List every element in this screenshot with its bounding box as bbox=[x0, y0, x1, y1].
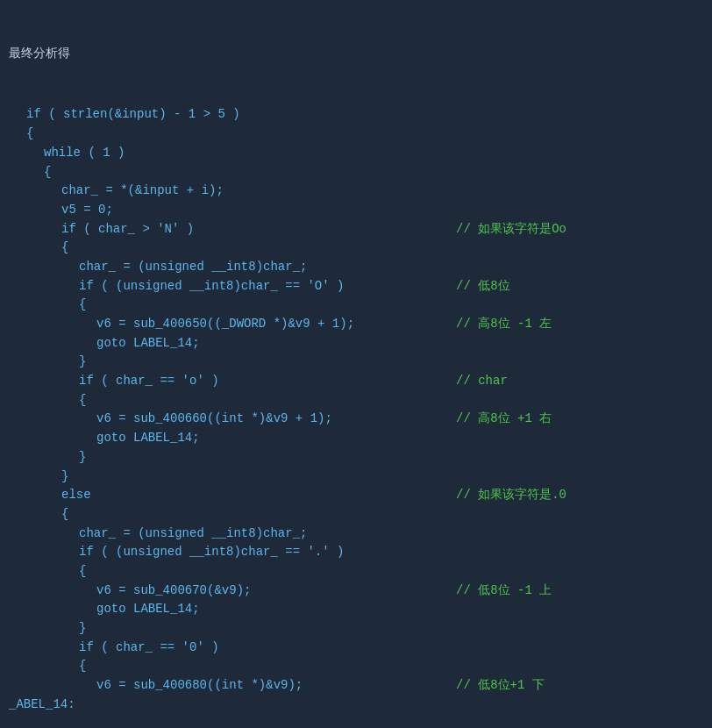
code-left: v6 = sub_400670(&v9); bbox=[9, 582, 456, 601]
code-comment bbox=[456, 163, 712, 182]
code-left: char_ = (unsigned __int8)char_; bbox=[9, 258, 456, 277]
code-left: { bbox=[9, 163, 456, 182]
code-comment: // char bbox=[456, 372, 712, 391]
code-line: char_ = *(&input + i); bbox=[9, 182, 712, 201]
code-left: else bbox=[9, 486, 456, 505]
code-comment bbox=[456, 543, 712, 562]
code-line: v5 = 0; bbox=[9, 201, 712, 220]
code-line: goto LABEL_14; bbox=[9, 334, 712, 353]
code-line: } bbox=[9, 353, 712, 372]
code-comment: // 低8位+1 下 bbox=[456, 676, 712, 696]
code-comment bbox=[456, 657, 712, 676]
code-comment: // 高8位 +1 右 bbox=[456, 410, 712, 429]
code-comment bbox=[456, 429, 712, 448]
code-line: } bbox=[9, 619, 712, 639]
code-left: } bbox=[9, 448, 456, 467]
code-comment bbox=[456, 525, 712, 544]
code-lines: if ( strlen(&input) - 1 > 5 ){while ( 1 … bbox=[9, 105, 712, 714]
code-comment bbox=[456, 144, 712, 163]
code-line: { bbox=[9, 296, 712, 315]
code-left: goto LABEL_14; bbox=[9, 429, 456, 448]
code-comment bbox=[456, 562, 712, 582]
code-left: { bbox=[9, 562, 456, 582]
code-line: { bbox=[9, 239, 712, 258]
code-left: { bbox=[9, 391, 456, 410]
code-left: { bbox=[9, 296, 456, 315]
code-comment bbox=[456, 334, 712, 353]
code-line: v6 = sub_400650((_DWORD *)&v9 + 1);// 高8… bbox=[9, 315, 712, 334]
code-left: _ABEL_14: bbox=[9, 696, 456, 715]
code-left: } bbox=[9, 467, 456, 487]
code-left: { bbox=[9, 657, 456, 676]
code-comment bbox=[456, 125, 712, 144]
code-line: { bbox=[9, 391, 712, 410]
code-line: if ( (unsigned __int8)char_ == 'O' )// 低… bbox=[9, 277, 712, 296]
code-line: } bbox=[9, 448, 712, 467]
code-line: char_ = (unsigned __int8)char_; bbox=[9, 258, 712, 277]
code-left: if ( (unsigned __int8)char_ == 'O' ) bbox=[9, 277, 456, 296]
code-left: { bbox=[9, 239, 456, 258]
code-line: v6 = sub_400680((int *)&v9);// 低8位+1 下 bbox=[9, 676, 712, 696]
code-left: if ( strlen(&input) - 1 > 5 ) bbox=[9, 105, 456, 125]
code-line: if ( strlen(&input) - 1 > 5 ) bbox=[9, 105, 712, 125]
code-left: char_ = (unsigned __int8)char_; bbox=[9, 525, 456, 544]
code-line: if ( char_ == 'o' )// char bbox=[9, 372, 712, 391]
code-left: v6 = sub_400650((_DWORD *)&v9 + 1); bbox=[9, 315, 456, 334]
code-left: v6 = sub_400680((int *)&v9); bbox=[9, 676, 456, 696]
code-line: { bbox=[9, 125, 712, 144]
code-left: } bbox=[9, 619, 456, 639]
code-line: { bbox=[9, 163, 712, 182]
code-left: while ( 1 ) bbox=[9, 144, 456, 163]
code-left: } bbox=[9, 353, 456, 372]
code-line: v6 = sub_400670(&v9);// 低8位 -1 上 bbox=[9, 582, 712, 601]
code-comment bbox=[456, 619, 712, 639]
code-line: if ( (unsigned __int8)char_ == '.' ) bbox=[9, 543, 712, 562]
code-comment bbox=[456, 639, 712, 658]
code-comment bbox=[456, 296, 712, 315]
code-line: if ( char_ == '0' ) bbox=[9, 639, 712, 658]
code-comment: // 如果该字符是Oo bbox=[456, 220, 712, 239]
code-line: if ( char_ > 'N' )// 如果该字符是Oo bbox=[9, 220, 712, 239]
code-comment bbox=[456, 239, 712, 258]
code-left: if ( (unsigned __int8)char_ == '.' ) bbox=[9, 543, 456, 562]
code-left: { bbox=[9, 125, 456, 144]
code-comment: // 高8位 -1 左 bbox=[456, 315, 712, 334]
code-comment bbox=[456, 182, 712, 201]
code-comment: // 如果该字符是.0 bbox=[456, 486, 712, 505]
code-comment bbox=[456, 505, 712, 525]
code-left: { bbox=[9, 505, 456, 525]
code-line: while ( 1 ) bbox=[9, 144, 712, 163]
code-left: if ( char_ == '0' ) bbox=[9, 639, 456, 658]
header-text: 最终分析得 bbox=[9, 45, 712, 64]
code-left: v6 = sub_400660((int *)&v9 + 1); bbox=[9, 410, 456, 429]
code-comment bbox=[456, 467, 712, 487]
code-left: goto LABEL_14; bbox=[9, 334, 456, 353]
code-comment bbox=[456, 105, 712, 125]
code-line: v6 = sub_400660((int *)&v9 + 1);// 高8位 +… bbox=[9, 410, 712, 429]
code-line: { bbox=[9, 657, 712, 676]
code-left: if ( char_ > 'N' ) bbox=[9, 220, 456, 239]
code-line: else// 如果该字符是.0 bbox=[9, 486, 712, 505]
code-container: 最终分析得 if ( strlen(&input) - 1 > 5 ){whil… bbox=[0, 0, 712, 728]
code-line: _ABEL_14: bbox=[9, 696, 712, 715]
code-left: v5 = 0; bbox=[9, 201, 456, 220]
code-left: goto LABEL_14; bbox=[9, 600, 456, 619]
code-line: goto LABEL_14; bbox=[9, 429, 712, 448]
code-comment bbox=[456, 201, 712, 220]
code-left: if ( char_ == 'o' ) bbox=[9, 372, 456, 391]
code-line: char_ = (unsigned __int8)char_; bbox=[9, 525, 712, 544]
code-comment bbox=[456, 448, 712, 467]
code-comment: // 低8位 bbox=[456, 277, 712, 296]
code-comment bbox=[456, 600, 712, 619]
code-comment bbox=[456, 391, 712, 410]
code-comment bbox=[456, 258, 712, 277]
code-comment bbox=[456, 353, 712, 372]
code-line: { bbox=[9, 505, 712, 525]
code-comment bbox=[456, 696, 712, 715]
code-left: char_ = *(&input + i); bbox=[9, 182, 456, 201]
code-line: } bbox=[9, 467, 712, 487]
code-comment: // 低8位 -1 上 bbox=[456, 582, 712, 601]
code-line: goto LABEL_14; bbox=[9, 600, 712, 619]
code-line: { bbox=[9, 562, 712, 582]
